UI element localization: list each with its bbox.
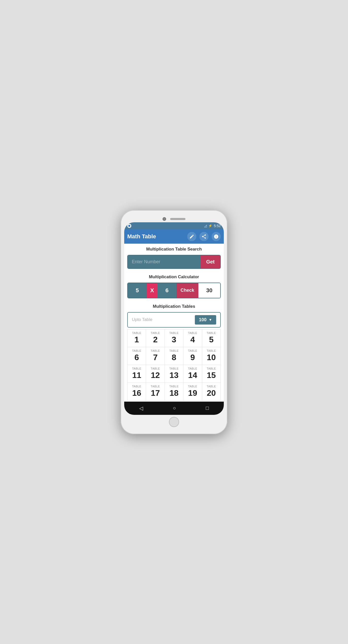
search-input[interactable]	[128, 255, 201, 268]
table-cell-17[interactable]: Table17	[146, 383, 165, 401]
table-label-14: Table	[188, 367, 197, 370]
table-number-14: 14	[188, 371, 197, 380]
table-cell-2[interactable]: Table2	[146, 329, 165, 347]
app-bar-icons	[187, 232, 221, 241]
table-label-5: Table	[207, 331, 216, 334]
table-cell-15[interactable]: Table15	[202, 365, 221, 383]
table-cell-20[interactable]: Table20	[202, 383, 221, 401]
home-button[interactable]: ○	[173, 405, 176, 411]
table-number-8: 8	[172, 353, 176, 362]
table-number-18: 18	[169, 388, 179, 398]
table-number-9: 9	[190, 353, 195, 362]
svg-point-0	[128, 225, 130, 227]
battery-icon: ⚡	[208, 224, 212, 228]
table-label-18: Table	[169, 385, 179, 388]
camera	[163, 217, 166, 221]
dropdown-container: Upto Table 100 ▼	[127, 312, 221, 328]
table-label-15: Table	[207, 367, 216, 370]
table-cell-19[interactable]: Table19	[183, 383, 202, 401]
table-label-9: Table	[188, 349, 197, 352]
android-icon	[127, 224, 131, 228]
table-number-16: 16	[132, 388, 141, 398]
table-number-11: 11	[132, 371, 141, 380]
get-button[interactable]: Get	[201, 255, 220, 268]
app-bar: Math Table	[124, 229, 224, 244]
table-number-5: 5	[209, 335, 214, 344]
table-cell-1[interactable]: Table1	[128, 329, 146, 347]
table-number-2: 2	[153, 335, 158, 344]
physical-home-button[interactable]	[169, 417, 179, 427]
tables-grid: Table1Table2Table3Table4Table5Table6Tabl…	[127, 329, 221, 401]
calc-num2[interactable]: 6	[157, 283, 177, 298]
status-time: 5:52	[214, 224, 221, 228]
table-label-4: Table	[188, 331, 197, 334]
bottom-nav: ◁ ○ □	[124, 402, 224, 415]
calculator-container: 5 X 6 Check 30	[127, 283, 221, 298]
table-label-12: Table	[151, 367, 160, 370]
table-cell-3[interactable]: Table3	[165, 329, 183, 347]
table-number-13: 13	[169, 371, 179, 380]
edit-button[interactable]	[187, 232, 196, 241]
table-cell-10[interactable]: Table10	[202, 347, 221, 365]
table-label-19: Table	[188, 385, 197, 388]
table-label-7: Table	[151, 349, 160, 352]
table-number-19: 19	[188, 388, 197, 398]
table-label-8: Table	[169, 349, 179, 352]
table-cell-12[interactable]: Table12	[146, 365, 165, 383]
table-cell-11[interactable]: Table11	[128, 365, 146, 383]
table-cell-16[interactable]: Table16	[128, 383, 146, 401]
table-number-17: 17	[151, 388, 160, 398]
main-content: Multiplication Table Search Get Multipli…	[124, 244, 224, 402]
phone-frame: ◿ ⚡ 5:52 Math Table Multiplication	[121, 210, 227, 434]
table-cell-5[interactable]: Table5	[202, 329, 221, 347]
table-number-7: 7	[153, 353, 158, 362]
search-section-title: Multiplication Table Search	[124, 244, 224, 254]
table-number-10: 10	[207, 353, 216, 362]
search-container: Get	[127, 255, 221, 269]
phone-top-bar	[124, 215, 224, 222]
table-label-1: Table	[132, 331, 141, 334]
table-cell-14[interactable]: Table14	[183, 365, 202, 383]
table-label-16: Table	[132, 385, 141, 388]
status-bar: ◿ ⚡ 5:52	[124, 222, 224, 229]
upto-label: Upto Table	[132, 317, 192, 322]
table-label-2: Table	[151, 331, 160, 334]
table-label-11: Table	[132, 367, 141, 370]
table-label-6: Table	[132, 349, 141, 352]
share-button[interactable]	[199, 232, 209, 241]
table-label-20: Table	[207, 385, 216, 388]
calculator-section-title: Multiplication Calculator	[124, 271, 224, 282]
table-cell-13[interactable]: Table13	[165, 365, 183, 383]
signal-icon: ◿	[204, 224, 207, 228]
table-number-6: 6	[134, 353, 139, 362]
table-number-3: 3	[172, 335, 176, 344]
speaker	[170, 218, 185, 220]
table-cell-6[interactable]: Table6	[128, 347, 146, 365]
table-number-12: 12	[151, 371, 160, 380]
table-label-10: Table	[207, 349, 216, 352]
app-title: Math Table	[127, 233, 187, 240]
check-button[interactable]: Check	[177, 283, 198, 298]
table-cell-4[interactable]: Table4	[183, 329, 202, 347]
calc-result: 30	[198, 283, 220, 298]
dropdown-value: 100	[199, 317, 207, 323]
table-cell-8[interactable]: Table8	[165, 347, 183, 365]
table-label-13: Table	[169, 367, 179, 370]
table-label-17: Table	[151, 385, 160, 388]
table-cell-18[interactable]: Table18	[165, 383, 183, 401]
table-number-15: 15	[207, 371, 216, 380]
table-number-4: 4	[190, 335, 195, 344]
info-button[interactable]	[212, 232, 221, 241]
table-cell-7[interactable]: Table7	[146, 347, 165, 365]
table-label-3: Table	[169, 331, 179, 334]
recent-button[interactable]: □	[206, 405, 209, 411]
table-cell-9[interactable]: Table9	[183, 347, 202, 365]
back-button[interactable]: ◁	[139, 405, 143, 411]
calc-operator: X	[147, 283, 158, 298]
chevron-down-icon: ▼	[209, 318, 212, 322]
table-number-20: 20	[207, 388, 216, 398]
table-number-1: 1	[134, 335, 139, 344]
table-range-dropdown[interactable]: 100 ▼	[195, 315, 216, 325]
calc-num1[interactable]: 5	[128, 283, 147, 298]
status-left	[127, 224, 203, 228]
